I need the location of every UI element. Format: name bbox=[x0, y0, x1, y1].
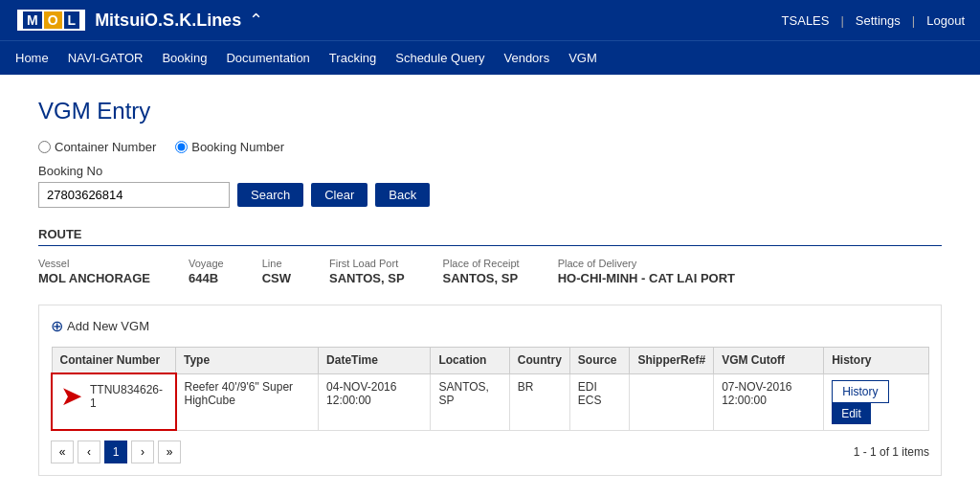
nav-documentation[interactable]: Documentation bbox=[226, 41, 309, 75]
vessel-label: Vessel bbox=[38, 258, 150, 269]
search-type-group: Container Number Booking Number bbox=[38, 140, 942, 154]
table-header: Container Number Type DateTime Location … bbox=[52, 348, 929, 374]
logo-m: M bbox=[23, 11, 42, 29]
pagination: « ‹ 1 › » 1 - 1 of 1 items bbox=[51, 441, 929, 463]
place-delivery-value: HO-CHI-MINH - CAT LAI PORT bbox=[558, 271, 735, 285]
vgm-cutoff-value: 07-NOV-2016 12:00:00 bbox=[722, 380, 791, 407]
booking-number-label: Booking Number bbox=[191, 140, 284, 154]
shipper-ref-cell bbox=[630, 373, 714, 430]
vessel-value: MOL ANCHORAGE bbox=[38, 271, 150, 285]
source-cell: EDI ECS bbox=[569, 373, 630, 430]
col-source: Source bbox=[569, 348, 630, 374]
source-value: EDI ECS bbox=[578, 380, 602, 407]
col-type: Type bbox=[176, 348, 319, 374]
prev-page-button[interactable]: ‹ bbox=[78, 441, 100, 463]
route-grid: Vessel MOL ANCHORAGE Voyage 644B Line CS… bbox=[38, 258, 942, 285]
container-number-label: Container Number bbox=[55, 140, 156, 154]
nav-tracking[interactable]: Tracking bbox=[329, 41, 376, 75]
col-datetime: DateTime bbox=[319, 348, 431, 374]
country-cell: BR bbox=[509, 373, 569, 430]
route-voyage: Voyage 644B bbox=[189, 258, 224, 285]
add-vgm-button[interactable]: ⊕ Add New VGM bbox=[51, 317, 929, 335]
top-bar: M O L MitsuiO.S.K.Lines ⌃ TSALES | Setti… bbox=[0, 0, 980, 40]
container-number-radio[interactable] bbox=[38, 141, 51, 153]
first-load-label: First Load Port bbox=[329, 258, 405, 269]
nav-vendors[interactable]: Vendors bbox=[503, 41, 549, 75]
nav-navigator[interactable]: NAVI-GATOR bbox=[68, 41, 144, 75]
voyage-label: Voyage bbox=[189, 258, 224, 269]
settings-link[interactable]: Settings bbox=[856, 13, 901, 28]
back-button[interactable]: Back bbox=[375, 183, 430, 207]
red-arrow-icon: ➤ bbox=[60, 380, 82, 412]
type-cell: Reefer 40'/9'6" Super HighCube bbox=[176, 373, 319, 430]
history-actions-cell: History Edit bbox=[824, 373, 929, 430]
voyage-value: 644B bbox=[189, 271, 224, 285]
nav-schedule-query[interactable]: Schedule Query bbox=[395, 41, 484, 75]
booking-input[interactable] bbox=[38, 182, 230, 208]
logout-link[interactable]: Logout bbox=[926, 13, 965, 28]
container-number-cell: ➤ TTNU834626-1 bbox=[52, 373, 176, 430]
line-label: Line bbox=[262, 258, 291, 269]
clear-button[interactable]: Clear bbox=[311, 183, 368, 207]
history-button[interactable]: History bbox=[832, 380, 888, 403]
table-body: ➤ TTNU834626-1 Reefer 40'/9'6" Super Hig… bbox=[52, 373, 929, 430]
next-page-button[interactable]: › bbox=[131, 441, 154, 463]
col-history: History bbox=[824, 348, 929, 374]
add-vgm-label: Add New VGM bbox=[67, 319, 149, 333]
nav-bar: Home NAVI-GATOR Booking Documentation Tr… bbox=[0, 40, 980, 75]
location-cell: SANTOS, SP bbox=[431, 373, 509, 430]
datetime-cell: 04-NOV-2016 12:00:00 bbox=[319, 373, 431, 430]
booking-no-label: Booking No bbox=[38, 164, 942, 178]
brand-area: M O L MitsuiO.S.K.Lines ⌃ bbox=[15, 8, 263, 33]
route-vessel: Vessel MOL ANCHORAGE bbox=[38, 258, 150, 285]
page-info: 1 - 1 of 1 items bbox=[854, 445, 929, 459]
logo-l: L bbox=[64, 11, 80, 29]
plus-icon: ⊕ bbox=[51, 317, 63, 335]
col-shipper-ref: ShipperRef# bbox=[630, 348, 714, 374]
current-page-button[interactable]: 1 bbox=[104, 441, 127, 463]
username: TSALES bbox=[782, 13, 830, 28]
route-line: Line CSW bbox=[262, 258, 291, 285]
first-page-button[interactable]: « bbox=[51, 441, 74, 463]
type-value: Reefer 40'/9'6" Super HighCube bbox=[185, 380, 294, 407]
col-location: Location bbox=[431, 348, 509, 374]
booking-row: Search Clear Back bbox=[38, 182, 942, 208]
user-actions: TSALES | Settings | Logout bbox=[782, 13, 965, 28]
line-value: CSW bbox=[262, 271, 291, 285]
col-container-number: Container Number bbox=[52, 348, 176, 374]
last-page-button[interactable]: » bbox=[158, 441, 181, 463]
country-value: BR bbox=[518, 380, 534, 394]
edit-button[interactable]: Edit bbox=[832, 403, 871, 424]
container-number-value: TTNU834626-1 bbox=[90, 383, 167, 410]
container-number-radio-label[interactable]: Container Number bbox=[38, 140, 156, 154]
route-first-load: First Load Port SANTOS, SP bbox=[329, 258, 405, 285]
expand-icon[interactable]: ⌃ bbox=[249, 10, 263, 31]
nav-home[interactable]: Home bbox=[15, 41, 49, 75]
place-receipt-value: SANTOS, SP bbox=[443, 271, 520, 285]
col-country: Country bbox=[509, 348, 569, 374]
logo: M O L bbox=[15, 8, 87, 33]
route-place-receipt: Place of Receipt SANTOS, SP bbox=[443, 258, 520, 285]
route-section: ROUTE Vessel MOL ANCHORAGE Voyage 644B L… bbox=[38, 227, 942, 285]
booking-number-radio[interactable] bbox=[175, 141, 188, 153]
location-value: SANTOS, SP bbox=[438, 380, 488, 407]
first-load-value: SANTOS, SP bbox=[329, 271, 405, 285]
logo-o: O bbox=[44, 11, 62, 29]
main-content: VGM Entry Container Number Booking Numbe… bbox=[0, 75, 980, 497]
vgm-table: Container Number Type DateTime Location … bbox=[51, 347, 929, 431]
search-button[interactable]: Search bbox=[237, 183, 303, 207]
page-nav: « ‹ 1 › » bbox=[51, 441, 181, 463]
table-row: ➤ TTNU834626-1 Reefer 40'/9'6" Super Hig… bbox=[52, 373, 929, 430]
place-receipt-label: Place of Receipt bbox=[443, 258, 520, 269]
col-vgm-cutoff: VGM Cutoff bbox=[714, 348, 824, 374]
nav-booking[interactable]: Booking bbox=[162, 41, 207, 75]
company-name: MitsuiO.S.K.Lines bbox=[95, 11, 241, 31]
datetime-value: 04-NOV-2016 12:00:00 bbox=[326, 380, 396, 407]
route-place-delivery: Place of Delivery HO-CHI-MINH - CAT LAI … bbox=[558, 258, 735, 285]
booking-number-radio-label[interactable]: Booking Number bbox=[175, 140, 284, 154]
route-label: ROUTE bbox=[38, 227, 942, 246]
vgm-cutoff-cell: 07-NOV-2016 12:00:00 bbox=[714, 373, 824, 430]
page-title: VGM Entry bbox=[38, 98, 942, 124]
nav-vgm[interactable]: VGM bbox=[568, 41, 597, 75]
place-delivery-label: Place of Delivery bbox=[558, 258, 735, 269]
